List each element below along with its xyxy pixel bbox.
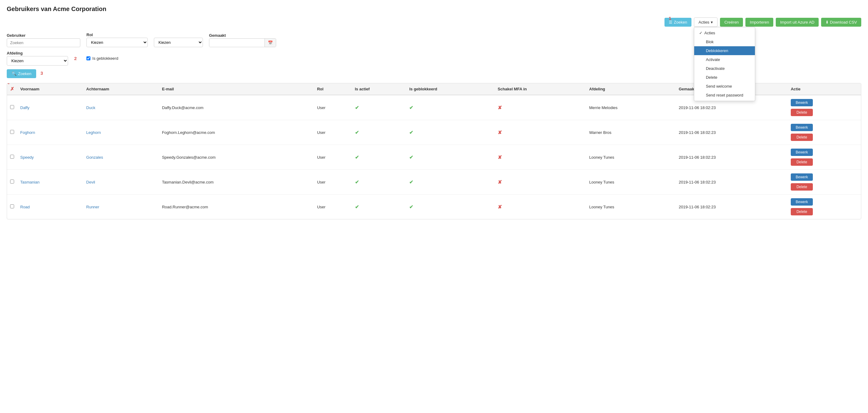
voornaam-link[interactable]: Foghorn xyxy=(20,130,35,135)
bewerk-button[interactable]: Bewerk xyxy=(791,173,813,181)
annotation-3: 3 xyxy=(40,70,43,76)
cross-icon: ✘ xyxy=(498,204,502,210)
zoeken-button[interactable]: 🔍 Zoeken xyxy=(7,69,36,78)
check-icon: ✔ xyxy=(355,130,359,135)
calendar-icon[interactable]: 📅 xyxy=(265,39,276,47)
row-schakel-mfa: ✘ xyxy=(495,145,586,170)
delete-button[interactable]: Delete xyxy=(791,158,813,166)
row-rol: User xyxy=(314,170,351,195)
row-schakel-mfa: ✘ xyxy=(495,195,586,219)
row-checkbox[interactable] xyxy=(10,155,14,159)
row-rol: User xyxy=(314,145,351,170)
th-email: E-mail xyxy=(159,83,314,95)
gemaakt-input[interactable] xyxy=(209,39,265,47)
voornaam-link[interactable]: Road xyxy=(20,205,30,209)
row-is-geblokkeerd: ✔ xyxy=(406,170,494,195)
achternaam-link[interactable]: Duck xyxy=(86,105,95,110)
th-voornaam: Voornaam xyxy=(17,83,83,95)
bewerk-button[interactable]: Bewerk xyxy=(791,198,813,205)
row-email: Daffy.Duck@acme.com xyxy=(159,95,314,120)
bewerk-button[interactable]: Bewerk xyxy=(791,99,813,106)
acties-label: Acties xyxy=(699,20,709,25)
cross-icon: ✘ xyxy=(498,130,502,135)
dropdown-item-deblokkeren[interactable]: Deblokkeren xyxy=(694,46,755,55)
row-voornaam: Foghorn xyxy=(17,120,83,145)
delete-button[interactable]: Delete xyxy=(791,109,813,116)
row-afdeling: Looney Tunes xyxy=(586,195,676,219)
th-is-geblokkeerd: Is geblokkeerd xyxy=(406,83,494,95)
row-checkbox-cell xyxy=(7,95,17,120)
dropdown-item-delete[interactable]: Delete xyxy=(694,73,755,82)
acties-button[interactable]: Acties ▾ xyxy=(694,18,717,27)
row-checkbox-cell xyxy=(7,170,17,195)
row-achternaam: Devil xyxy=(83,170,159,195)
is-geblokkeerd-checkbox[interactable] xyxy=(87,56,90,60)
check-icon: ✔ xyxy=(355,155,359,160)
row-checkbox[interactable] xyxy=(10,180,14,184)
action-buttons: Bewerk Delete xyxy=(791,99,858,116)
row-checkbox-cell xyxy=(7,195,17,219)
csv-button[interactable]: ⬇ Download CSV xyxy=(821,18,861,27)
importeren-button[interactable]: Importeren xyxy=(745,18,773,27)
status-filter-group: _ Kiezen xyxy=(154,32,203,47)
row-achternaam: Leghorn xyxy=(83,120,159,145)
check-icon: ✔ xyxy=(409,155,413,160)
check-icon: ✔ xyxy=(409,180,413,185)
dropdown-item-blok[interactable]: Blok xyxy=(694,37,755,46)
row-email: Road.Runner@acme.com xyxy=(159,195,314,219)
afdeling-select[interactable]: Kiezen xyxy=(7,56,68,66)
bewerk-button[interactable]: Bewerk xyxy=(791,124,813,131)
action-buttons: Bewerk Delete xyxy=(791,124,858,141)
zoeken-label: Zoeken xyxy=(18,71,31,76)
check-icon: ✔ xyxy=(409,204,413,210)
page-container: Gebruikers van Acme Corporation 1 ☰ Zoek… xyxy=(0,0,868,225)
creeren-button[interactable]: Creëren xyxy=(720,18,743,27)
row-afdeling: Looney Tunes xyxy=(586,145,676,170)
achternaam-link[interactable]: Leghorn xyxy=(86,130,101,135)
annotation-4: 4 xyxy=(7,83,9,85)
gebruiker-search-input[interactable] xyxy=(7,38,80,47)
dropdown-item-acties[interactable]: ✓ Acties xyxy=(694,29,755,37)
row-actie: Bewerk Delete xyxy=(788,120,861,145)
rol-select[interactable]: Kiezen xyxy=(87,38,148,47)
dropdown-item-deactivate[interactable]: Deactivate xyxy=(694,64,755,73)
voornaam-link[interactable]: Tasmanian xyxy=(20,180,39,185)
check-icon: ✔ xyxy=(409,130,413,135)
row-checkbox[interactable] xyxy=(10,130,14,134)
achternaam-link[interactable]: Devil xyxy=(86,180,95,185)
achternaam-link[interactable]: Runner xyxy=(86,205,99,209)
azure-button[interactable]: Import uit Azure AD xyxy=(776,18,819,27)
cross-icon: ✘ xyxy=(498,155,502,160)
table-row: Road Runner Road.Runner@acme.com User ✔ … xyxy=(7,195,861,219)
th-is-actief: Is actief xyxy=(352,83,406,95)
top-zoeken-button[interactable]: ☰ Zoeken xyxy=(664,18,691,27)
gemaakt-filter-group: Gemaakt 📅 xyxy=(209,33,276,47)
th-actie: Actie xyxy=(788,83,861,95)
th-rol: Rol xyxy=(314,83,351,95)
row-is-actief: ✔ xyxy=(352,195,406,219)
row-is-actief: ✔ xyxy=(352,145,406,170)
row-checkbox[interactable] xyxy=(10,204,14,208)
status-select[interactable]: Kiezen xyxy=(154,38,203,47)
dropdown-item-send-welcome[interactable]: Send welcome xyxy=(694,82,755,91)
row-schakel-mfa: ✘ xyxy=(495,170,586,195)
row-afdeling: Warner Bros xyxy=(586,120,676,145)
delete-button[interactable]: Delete xyxy=(791,134,813,141)
bewerk-button[interactable]: Bewerk xyxy=(791,149,813,156)
dropdown-item-send-reset[interactable]: Send reset password xyxy=(694,91,755,100)
row-email: Speedy.Gonzales@acme.com xyxy=(159,145,314,170)
select-all-checkbox[interactable]: ✗ 4 xyxy=(10,86,14,92)
voornaam-link[interactable]: Speedy xyxy=(20,155,34,160)
achternaam-link[interactable]: Gonzales xyxy=(86,155,103,160)
row-gemaakt-bij: 2019-11-06 18:02:23 xyxy=(676,145,788,170)
row-checkbox[interactable] xyxy=(10,105,14,109)
row-gemaakt-bij: 2019-11-06 18:02:23 xyxy=(676,195,788,219)
search-icon: 🔍 xyxy=(12,71,17,76)
table-row: Foghorn Leghorn Foghorn.Leghorn@acme.com… xyxy=(7,120,861,145)
voornaam-link[interactable]: Daffy xyxy=(20,105,29,110)
delete-button[interactable]: Delete xyxy=(791,183,813,191)
dropdown-item-activate[interactable]: Activate xyxy=(694,55,755,64)
row-is-geblokkeerd: ✔ xyxy=(406,145,494,170)
action-buttons: Bewerk Delete xyxy=(791,198,858,215)
delete-button[interactable]: Delete xyxy=(791,208,813,215)
